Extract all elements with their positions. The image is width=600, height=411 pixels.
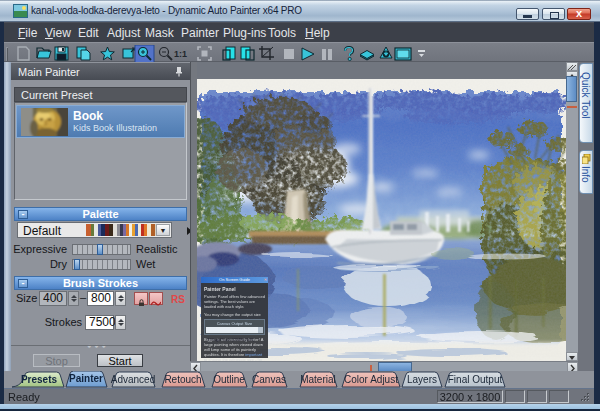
svg-text:Presets: Presets: [21, 374, 58, 385]
svg-text:Material: Material: [300, 374, 336, 385]
svg-text:Advanced: Advanced: [111, 374, 155, 385]
svg-text:Canvas: Canvas: [252, 374, 286, 385]
svg-text:1:1: 1:1: [174, 49, 187, 59]
svg-text:Layers: Layers: [407, 374, 437, 385]
svg-text:Retouch: Retouch: [164, 374, 201, 385]
svg-text:Painter: Painter: [69, 373, 103, 384]
svg-text:Color Adjust: Color Adjust: [344, 374, 398, 385]
svg-text:Final Output: Final Output: [448, 374, 503, 385]
svg-text:Outline: Outline: [213, 374, 245, 385]
